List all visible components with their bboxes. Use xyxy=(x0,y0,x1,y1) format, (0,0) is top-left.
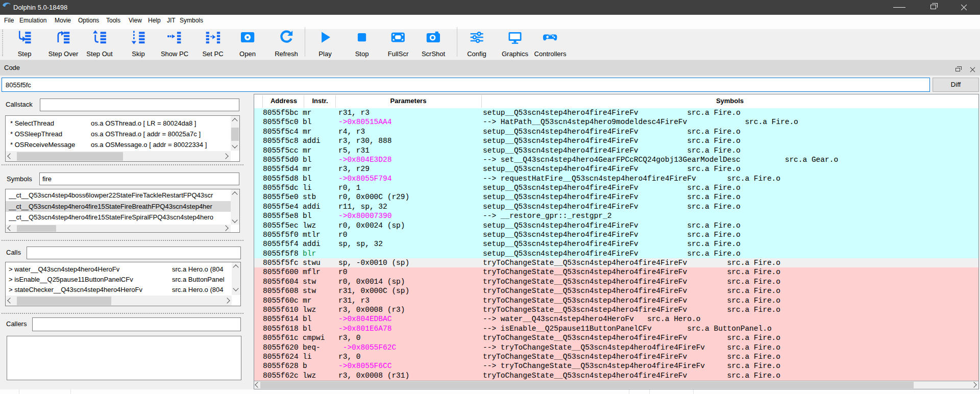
code-row-8055f5e8[interactable]: 8055f5e8bl->0x80007390--> __restore_gpr:… xyxy=(254,211,978,220)
code-row-8055f5c0[interactable]: 8055f5c0bl->0x80515AA4--> HatPath__Q53sc… xyxy=(254,117,978,127)
calls-hscroll-thumb[interactable] xyxy=(17,297,111,305)
code-column-address[interactable]: Address xyxy=(271,97,297,105)
code-row-8055f5fc[interactable]: 8055f5fcstwusp, -0x0010 (sp)tryToChangeS… xyxy=(254,258,978,267)
code-row-8055f5f0[interactable]: 8055f5f0mtlrr0setup__Q53scn4step4hero4fi… xyxy=(254,230,978,239)
graphics-icon xyxy=(507,30,523,45)
code-row-8055f620[interactable]: 8055f620beq- ->0x8055F62C--> tryToChange… xyxy=(254,343,978,352)
toolbar-play[interactable]: Play xyxy=(317,30,333,58)
callstack-hscroll-thumb[interactable] xyxy=(17,152,123,161)
symbols-filter-input[interactable] xyxy=(39,173,239,185)
menu-movie[interactable]: Movie xyxy=(55,17,71,24)
calls-item-loc[interactable]: src.a Hero.o (804 xyxy=(172,286,231,293)
toolbar-separator-2 xyxy=(457,27,457,57)
code-row-8055f5f8[interactable]: 8055f5f8blrsetup__Q53scn4step4hero4fire4… xyxy=(254,249,978,258)
toolbar-refresh[interactable]: Refresh xyxy=(275,30,298,58)
menu-jit[interactable]: JIT xyxy=(167,17,176,24)
toolbar-controllers[interactable]: Controllers xyxy=(534,30,567,58)
code-row-8055f5ec[interactable]: 8055f5eclwzr0, 0x0024 (sp)setup__Q53scn4… xyxy=(254,221,978,230)
address-input[interactable] xyxy=(2,78,930,92)
symbols-label: Symbols xyxy=(7,175,32,183)
callstack-filter-input[interactable] xyxy=(40,98,239,111)
callstack-item-loc[interactable]: os.a OSMessage.o [ addr = 80022334 ] xyxy=(91,141,207,149)
splitter-2[interactable] xyxy=(2,240,243,241)
calls-item-loc[interactable]: src.a ButtonPanel xyxy=(172,276,231,283)
code-row-8055f5d8[interactable]: 8055f5d8bl->0x8055F794--> requestHatFire… xyxy=(254,174,978,183)
toolbar-graphics[interactable]: Graphics xyxy=(502,30,528,58)
code-row-8055f600[interactable]: 8055f600mflrr0tryToChangeState__Q53scn4s… xyxy=(254,267,978,277)
callstack-item-func[interactable]: * OSSleepThread xyxy=(10,130,62,138)
calls-item-func[interactable]: > stateChecker__Q43scn4step4hero4HeroFv xyxy=(9,286,142,293)
callstack-item-func[interactable]: * SelectThread xyxy=(10,119,54,127)
toolbar-set-pc[interactable]: Set PC xyxy=(202,30,223,58)
dolphin-logo-icon xyxy=(2,2,11,8)
splitter-1[interactable] xyxy=(2,164,243,165)
toolbar-step-out[interactable]: Step Out xyxy=(86,30,112,58)
toolbar-open[interactable]: Open xyxy=(239,30,256,58)
symbols-item[interactable]: __ct__Q53scn4step4hero4fire15StateFireSp… xyxy=(9,213,230,221)
code-row-8055f62c[interactable]: 8055f62clwzr3, 0x0008 (r31)tryToChangeSt… xyxy=(254,371,978,380)
code-row-8055f614[interactable]: 8055f614bl->0x804EDBAC--> water__Q43scn4… xyxy=(254,314,978,324)
code-column-instr[interactable]: Instr. xyxy=(312,97,328,105)
menu-file[interactable]: File xyxy=(4,17,14,24)
code-row-8055f618[interactable]: 8055f618bl->0x801E6A78--> isEnable__Q25p… xyxy=(254,324,978,333)
code-row-8055f5e0[interactable]: 8055f5e0stbr0, 0x000C (r29)setup__Q53scn… xyxy=(254,192,978,202)
menu-tools[interactable]: Tools xyxy=(106,17,120,24)
toolbar-config[interactable]: Config xyxy=(467,30,486,58)
calls-item-func[interactable]: > water__Q43scn4step4hero4HeroFv xyxy=(9,265,119,273)
toolbar-scrshot[interactable]: ScrShot xyxy=(422,30,445,58)
code-row-8055f608[interactable]: 8055f608stwr31, 0x000C (sp)tryToChangeSt… xyxy=(254,286,978,296)
controllers-icon xyxy=(543,30,558,45)
splitter-3[interactable] xyxy=(2,313,243,314)
toolbar xyxy=(0,29,980,60)
callstack-item-func[interactable]: * OSReceiveMessage xyxy=(10,141,75,149)
symbols-item-selected[interactable]: __ct__Q53scn4step4hero4fire15StateFireBr… xyxy=(9,203,230,210)
menu-emulation[interactable]: Emulation xyxy=(19,17,46,24)
calls-item-loc[interactable]: src.a Hero.o (804 xyxy=(172,265,231,273)
callers-filter-input[interactable] xyxy=(32,317,241,331)
code-row-8055f5e4[interactable]: 8055f5e4addir11, sp, 32setup__Q53scn4ste… xyxy=(254,202,978,211)
diff-button[interactable]: Diff xyxy=(933,78,979,92)
menu-help[interactable]: Help xyxy=(148,17,161,24)
code-hscroll-thumb[interactable] xyxy=(260,382,914,388)
code-row-8055f5f4[interactable]: 8055f5f4addisp, sp, 32setup__Q53scn4step… xyxy=(254,239,978,249)
calls-item-func[interactable]: > isEnable__Q25pause11ButtonPanelCFv xyxy=(9,276,133,283)
code-row-8055f61c[interactable]: 8055f61ccmpwir3, 0tryToChangeState__Q53s… xyxy=(254,333,978,342)
callstack-item-loc[interactable]: os.a OSThread.o [ LR = 80024da8 ] xyxy=(91,119,196,127)
toolbar-step[interactable]: Step xyxy=(17,30,32,58)
callstack-item-loc[interactable]: os.a OSThread.o [ addr = 80025a7c ] xyxy=(91,130,201,138)
code-header xyxy=(254,94,978,108)
menu-symbols[interactable]: Symbols xyxy=(180,17,203,24)
code-row-8055f5d4[interactable]: 8055f5d4mrr3, r29setup__Q53scn4step4hero… xyxy=(254,164,978,174)
callstack-vscroll-thumb[interactable] xyxy=(231,128,239,141)
toolbar-drag-handle[interactable] xyxy=(2,30,3,56)
toolbar-stop[interactable]: Stop xyxy=(354,30,370,58)
code-row-8055f624[interactable]: 8055f624lir3, 0tryToChangeState__Q53scn4… xyxy=(254,352,978,361)
menu-options[interactable]: Options xyxy=(78,17,99,24)
code-row-8055f610[interactable]: 8055f610lwzr3, 0x0008 (r3)tryToChangeSta… xyxy=(254,305,978,314)
code-row-8055f60c[interactable]: 8055f60cmrr31, r3tryToChangeState__Q53sc… xyxy=(254,296,978,305)
code-column-parameters[interactable]: Parameters xyxy=(390,97,427,105)
title-bar xyxy=(0,0,980,15)
code-row-8055f5dc[interactable]: 8055f5dclir0, 1setup__Q53scn4step4hero4f… xyxy=(254,183,978,192)
menu-view[interactable]: View xyxy=(129,17,142,24)
code-row-8055f628[interactable]: 8055f628b->0x8055F6CC--> tryToChangeStat… xyxy=(254,361,978,371)
toolbar-show-pc[interactable]: Show PC xyxy=(161,30,188,58)
toolbar-fullscr[interactable]: FullScr xyxy=(388,30,408,58)
code-row-8055f5c8[interactable]: 8055f5c8addir3, r30, 888setup__Q53scn4st… xyxy=(254,136,978,145)
step-icon xyxy=(17,30,32,45)
code-row-8055f5cc[interactable]: 8055f5ccmrr5, r31setup__Q53scn4step4hero… xyxy=(254,146,978,155)
status-strip xyxy=(0,389,980,394)
calls-filter-input[interactable] xyxy=(27,247,241,259)
set-pc-icon xyxy=(205,30,220,45)
symbols-hscroll-thumb[interactable] xyxy=(17,225,56,232)
step-out-icon xyxy=(92,30,107,45)
toolbar-skip[interactable]: Skip xyxy=(131,30,146,58)
code-row-8055f5c4[interactable]: 8055f5c4mrr4, r3setup__Q53scn4step4hero4… xyxy=(254,127,978,136)
symbols-item[interactable]: __ct__Q53scn4step4boss6lowper22StateFire… xyxy=(9,191,230,199)
code-column-symbols[interactable]: Symbols xyxy=(716,97,744,105)
code-row-8055f5bc[interactable]: 8055f5bcmrr31, r3setup__Q53scn4step4hero… xyxy=(254,108,978,117)
menu-bar xyxy=(0,15,980,29)
toolbar-step-over[interactable]: Step Over xyxy=(48,30,79,58)
code-row-8055f5d0[interactable]: 8055f5d0bl->0x804E3D28--> set__Q43scn4st… xyxy=(254,155,978,164)
code-row-8055f604[interactable]: 8055f604stwr0, 0x0014 (sp)tryToChangeSta… xyxy=(254,277,978,286)
